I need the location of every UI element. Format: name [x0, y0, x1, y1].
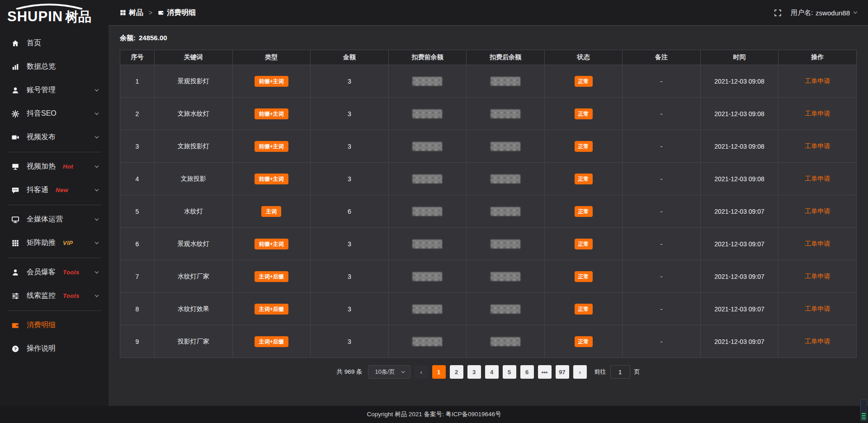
page-more-button[interactable]: ••• [538, 365, 552, 379]
sidebar-item-manual[interactable]: ?操作说明 [0, 337, 108, 361]
work-order-link[interactable]: 工单申请 [805, 240, 830, 247]
chevron-down-icon [94, 270, 99, 275]
chevron-down-icon [94, 293, 99, 299]
page-button-4[interactable]: 4 [485, 365, 499, 379]
redacted-balance-blur [491, 240, 520, 249]
sidebar-item-douketong[interactable]: 抖客通New [0, 179, 108, 202]
sliders-icon [11, 291, 20, 301]
cell-time: 2021-12-03 09:08 [700, 130, 778, 163]
cell-action: 工单申请 [778, 98, 857, 130]
sidebar-item-clue-monitor[interactable]: 线索监控Tools [0, 284, 108, 308]
corner-tool-widget[interactable] [860, 400, 867, 421]
sidebar-item-home[interactable]: 首页 [0, 32, 108, 55]
monitor-icon [11, 215, 20, 224]
work-order-link[interactable]: 工单申请 [805, 110, 830, 117]
cell-status: 正常 [544, 65, 623, 98]
work-order-link[interactable]: 工单申请 [805, 273, 830, 280]
sidebar-item-douyin-seo[interactable]: 抖音SEO [0, 102, 108, 126]
sidebar-item-label: 全媒体运营 [27, 215, 63, 224]
breadcrumb-separator: > [149, 9, 152, 16]
cell-amount: 3 [311, 260, 389, 293]
cell-action: 工单申请 [778, 228, 857, 260]
page-buttons: 123456•••97 [432, 365, 569, 379]
work-order-link[interactable]: 工单申请 [805, 338, 830, 345]
redacted-balance-blur [412, 272, 442, 281]
cell-action: 工单申请 [778, 163, 857, 195]
breadcrumb-label: 消费明细 [167, 8, 196, 18]
column-header: 扣费后余额 [467, 50, 545, 65]
cell-balance-before [388, 163, 467, 195]
sidebar-item-label: 消费明细 [27, 320, 56, 330]
table-header-row: 序号关键词类型金额扣费前余额扣费后余额状态备注时间操作 [120, 50, 857, 65]
sidebar-item-label: 视频发布 [27, 132, 56, 142]
work-order-link[interactable]: 工单申请 [805, 77, 830, 85]
topbar-right: 用户名: zswodun88 [774, 9, 858, 17]
page-button-3[interactable]: 3 [467, 365, 481, 379]
cell-status: 正常 [544, 293, 623, 325]
jump-page-input[interactable] [610, 365, 630, 379]
remark-text: - [660, 338, 663, 345]
grid-icon [11, 239, 20, 248]
cell-amount: 3 [311, 293, 389, 325]
page-button-5[interactable]: 5 [503, 365, 516, 379]
cell-keyword: 文旅水纹灯 [155, 98, 233, 130]
sidebar-item-badge: New [56, 187, 68, 193]
page-button-6[interactable]: 6 [520, 365, 534, 379]
page-button-2[interactable]: 2 [450, 365, 463, 379]
sidebar-item-badge: Tools [63, 292, 80, 299]
sidebar-item-label: 会员爆客 [27, 268, 56, 277]
cell-action: 工单申请 [778, 325, 857, 358]
work-order-link[interactable]: 工单申请 [805, 305, 830, 312]
cell-keyword: 文旅投影灯 [155, 130, 233, 163]
cell-balance-before [388, 195, 467, 228]
work-order-link[interactable]: 工单申请 [805, 207, 830, 215]
sidebar-item-account-manage[interactable]: 账号管理 [0, 79, 108, 102]
topbar: 树品>消费明细 用户名: zswodun88 [108, 0, 868, 26]
breadcrumb-item-home[interactable]: 树品 [120, 8, 143, 18]
copyright-text: Copyright 树品 2021 备案号: 粤ICP备09019646号 [367, 410, 501, 418]
svg-text:?: ? [14, 346, 17, 351]
prev-page-button[interactable]: ‹ [415, 365, 428, 379]
chevron-down-icon [94, 217, 99, 222]
table-row: 2文旅水纹灯前缀+主词3正常-2021-12-03 09:08工单申请 [120, 98, 857, 130]
type-badge: 前缀+主词 [255, 141, 288, 152]
sidebar-item-label: 账号管理 [27, 85, 56, 95]
work-order-link[interactable]: 工单申请 [805, 142, 830, 150]
status-badge: 正常 [575, 271, 593, 282]
table-row: 4文旅投影前缀+主词3正常-2021-12-03 09:08工单申请 [120, 163, 857, 195]
sidebar-item-consume-detail[interactable]: 消费明细 [0, 314, 108, 337]
cell-keyword: 景观水纹灯 [155, 228, 233, 260]
pagination: 共 969 条 10条/页 ‹ 123456•••97 › 前往 页 [120, 365, 857, 379]
status-badge: 正常 [575, 76, 593, 87]
remark-text: - [660, 273, 663, 280]
chevron-down-icon [94, 88, 99, 93]
user-menu[interactable]: 用户名: zswodun88 [791, 9, 858, 17]
logo[interactable]: SHUPIN 树品 [0, 0, 108, 25]
next-page-button[interactable]: › [573, 365, 587, 379]
work-order-link[interactable]: 工单申请 [805, 175, 830, 182]
sidebar-item-member-burst[interactable]: 会员爆客Tools [0, 261, 108, 284]
breadcrumb-item-consume-detail[interactable]: 消费明细 [158, 8, 196, 18]
cell-action: 工单申请 [778, 195, 857, 228]
breadcrumb-label: 树品 [129, 8, 143, 18]
redacted-balance-blur [491, 207, 520, 216]
page-button-97[interactable]: 97 [556, 365, 569, 379]
type-badge: 前缀+主词 [255, 76, 288, 87]
sidebar-item-matrix-boost[interactable]: 矩阵助推VIP [0, 231, 108, 255]
sidebar-item-data-overview[interactable]: 数据总览 [0, 55, 108, 79]
page-size-select[interactable]: 10条/页 [368, 365, 410, 379]
footer: Copyright 树品 2021 备案号: 粤ICP备09019646号 [0, 406, 868, 423]
sidebar-item-video-publish[interactable]: 视频发布 [0, 126, 108, 149]
cell-amount: 3 [311, 65, 389, 98]
sidebar-item-media-ops[interactable]: 全媒体运营 [0, 208, 108, 231]
cell-remark: - [623, 163, 701, 195]
cell-status: 正常 [544, 228, 623, 260]
cell-remark: - [623, 65, 701, 98]
redacted-balance-blur [412, 305, 442, 314]
sidebar-item-video-heat[interactable]: 视频加热Hot [0, 155, 108, 179]
breadcrumb: 树品>消费明细 [120, 8, 196, 18]
cell-index: 9 [120, 325, 155, 358]
page-button-1[interactable]: 1 [432, 365, 446, 379]
fullscreen-icon[interactable] [774, 9, 782, 17]
sidebar-item-label: 数据总览 [27, 62, 56, 71]
